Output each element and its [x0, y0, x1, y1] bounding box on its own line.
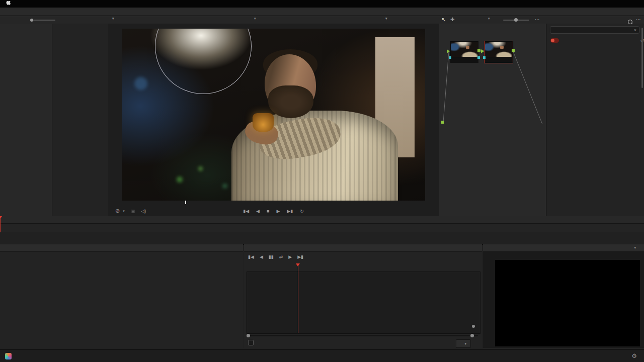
- rgb-output-port[interactable]: [477, 49, 480, 52]
- waveform-canvas: [495, 260, 640, 346]
- tracker-scroll-dot[interactable]: [472, 325, 475, 328]
- tracker-header: [244, 244, 482, 252]
- tracker-bottom-row: [248, 340, 269, 345]
- track-forward-button[interactable]: ▶: [288, 254, 292, 259]
- settings-scrollbar[interactable]: [641, 28, 643, 88]
- gallery-panel: [0, 24, 109, 216]
- source-port[interactable]: [441, 121, 444, 124]
- node-panel-more-icon[interactable]: ⋯: [535, 17, 540, 22]
- pause-button[interactable]: ▮▮: [269, 254, 274, 259]
- viewer-timecode[interactable]: ▾: [383, 17, 387, 21]
- plugin-enable-toggle[interactable]: [550, 38, 559, 43]
- waveform-scope: [483, 252, 644, 348]
- tracker-transport: ▮◀ ◀ ▮▮ ⇄ ▶ ▶▮: [248, 254, 303, 259]
- tracker-graph[interactable]: [247, 272, 480, 334]
- apple-menu-icon[interactable]: [6, 1, 11, 7]
- app-badge: [5, 353, 15, 359]
- loop-button[interactable]: ↻: [300, 209, 304, 214]
- go-to-start-button[interactable]: ▮◀: [243, 209, 249, 214]
- timeline-clips: [17, 226, 641, 231]
- timeline-playhead[interactable]: [0, 216, 1, 232]
- scopes-header: ▾: [483, 244, 644, 252]
- viewer-zoom-select[interactable]: ▾: [110, 17, 114, 21]
- rgb-input-port[interactable]: [481, 49, 486, 53]
- color-wheels-header: [0, 244, 243, 252]
- tracker-type-dropdown[interactable]: ▾: [456, 339, 471, 348]
- key-output-port[interactable]: [477, 56, 480, 59]
- bokeh-light: [177, 176, 183, 183]
- tracker-scrollbar[interactable]: [247, 335, 478, 336]
- tracker-ruler[interactable]: [247, 263, 479, 272]
- node-thumbnail: [485, 41, 513, 57]
- viewer-scrub-marker[interactable]: [185, 201, 186, 204]
- node-graph-panel: [439, 24, 546, 216]
- mini-timeline: [0, 216, 644, 233]
- chevron-down-icon: ▾: [254, 17, 256, 21]
- video-frame[interactable]: [122, 29, 425, 201]
- key-input-port[interactable]: [483, 56, 486, 59]
- rgb-output-port[interactable]: [512, 49, 515, 52]
- clear-search-icon[interactable]: ×: [634, 28, 636, 33]
- effect-settings-panel: × ↺: [546, 24, 644, 216]
- track-reverse-button[interactable]: ◀: [260, 254, 263, 259]
- node-thumbnail: [450, 41, 478, 57]
- macos-menu-bar: [0, 0, 644, 8]
- whiskey-glass: [253, 113, 274, 132]
- still-size-slider[interactable]: [31, 20, 55, 21]
- play-button[interactable]: ▶: [276, 209, 280, 214]
- person-beard: [268, 85, 313, 118]
- bokeh-light: [222, 184, 227, 189]
- track-to-end-button[interactable]: ▶▮: [297, 254, 303, 259]
- scope-mode-dropdown[interactable]: ▾: [631, 246, 636, 250]
- stop-button[interactable]: ■: [267, 209, 269, 214]
- tracker-panel: ▮◀ ◀ ▮▮ ⇄ ▶ ▶▮ ▾: [244, 244, 482, 348]
- timeline-ruler[interactable]: [0, 216, 644, 224]
- tracker-playhead[interactable]: [298, 263, 298, 333]
- viewer-panel: ⊘ ▾ ▣ ◁) ▮◀ ◀ ■ ▶ ▶▮ ↻: [108, 24, 439, 216]
- interactive-mode-checkbox[interactable]: [248, 340, 254, 345]
- key-input-port[interactable]: [449, 56, 451, 59]
- palette-toolbar: [0, 232, 644, 245]
- node-cursor-tool-icon[interactable]: ↖: [441, 17, 446, 23]
- corrector-node-01[interactable]: [450, 41, 478, 63]
- zoom-window-button[interactable]: [20, 10, 24, 14]
- track-to-start-button[interactable]: ▮◀: [248, 254, 254, 259]
- lens-flare-ring[interactable]: [155, 29, 252, 94]
- chevron-down-icon: ▾: [488, 17, 490, 21]
- close-window-button[interactable]: [4, 10, 8, 14]
- davinci-resolve-window: ▾ ▾ ▾ ↖ ✚ ▾ ⋯ ⋯: [0, 0, 644, 362]
- scopes-panel: ▾: [483, 244, 644, 348]
- node-view-select[interactable]: ▾: [486, 17, 490, 21]
- project-settings-gear-icon[interactable]: ⚙: [631, 352, 637, 359]
- settings-more-icon[interactable]: ⋯: [636, 17, 641, 22]
- viewer-transport-bar: ⊘ ▾ ▣ ◁) ▮◀ ◀ ■ ▶ ▶▮ ↻: [108, 206, 439, 216]
- secondary-toolbar: ▾ ▾ ▾ ↖ ✚ ▾ ⋯ ⋯: [0, 16, 644, 24]
- settings-search-field[interactable]: ×: [550, 26, 639, 34]
- gallery-album-list: [0, 24, 52, 216]
- rgb-input-port[interactable]: [447, 49, 452, 53]
- plugin-header: ↺: [546, 37, 644, 44]
- chevron-down-icon: ▾: [385, 17, 387, 21]
- app-title-bar: [0, 8, 644, 16]
- right-panel-tabs: [550, 17, 558, 18]
- color-wheels-panel: [0, 244, 243, 348]
- corrector-node-02[interactable]: [485, 41, 513, 63]
- resolve-logo-icon: [5, 353, 12, 359]
- page-navigation-bar: ⚙: [0, 349, 644, 362]
- track-swap-icon[interactable]: ⇄: [279, 254, 283, 259]
- chevron-down-icon: ▾: [112, 17, 114, 21]
- node-pan-tool-icon[interactable]: ✚: [450, 17, 454, 22]
- play-reverse-button[interactable]: ◀: [256, 209, 260, 214]
- node-zoom-slider[interactable]: [503, 20, 529, 21]
- viewer-clip-select[interactable]: ▾: [252, 17, 256, 21]
- chevron-down-icon: ▾: [464, 342, 466, 346]
- go-to-end-button[interactable]: ▶▮: [287, 209, 293, 214]
- bokeh-light: [134, 77, 147, 90]
- bokeh-light: [198, 166, 203, 171]
- chevron-down-icon: ▾: [634, 246, 636, 250]
- minimize-window-button[interactable]: [12, 10, 16, 14]
